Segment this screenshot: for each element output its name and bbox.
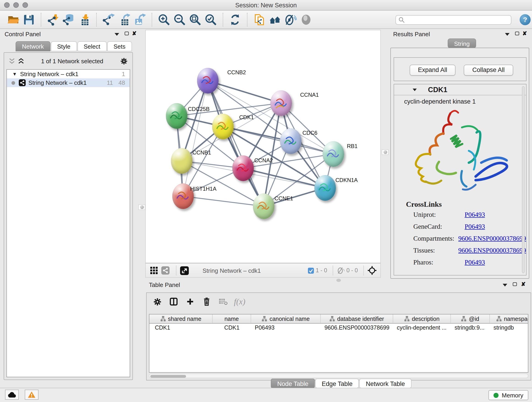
import-network-file-button[interactable] — [46, 13, 60, 26]
section-collapse-icon[interactable] — [413, 89, 417, 91]
crosslink-value-link[interactable]: P06493 — [465, 223, 485, 230]
network-node-CCNB2[interactable] — [197, 68, 218, 94]
search-box[interactable] — [395, 15, 511, 25]
delete-column-trash-icon[interactable] — [201, 297, 213, 307]
panel-collapse-icon[interactable] — [503, 284, 507, 287]
refresh-view-button[interactable] — [228, 13, 242, 26]
panel-float-icon[interactable] — [515, 32, 519, 35]
gear-icon[interactable] — [120, 57, 128, 65]
warning-status-button[interactable] — [25, 390, 38, 400]
table-cell[interactable]: CDK1 — [213, 324, 251, 332]
zoom-fit-content-button[interactable] — [188, 13, 202, 26]
column-header--id[interactable]: @id — [451, 314, 490, 323]
network-canvas[interactable]: CCNB2CCNA1CDC25BCDK1CDC6RB1CCNB1CCNA2CDK… — [145, 30, 381, 263]
gene-section-header[interactable]: CDK1 — [394, 84, 526, 95]
selected-checkbox-icon[interactable] — [308, 268, 314, 274]
table-settings-gear-icon[interactable] — [151, 297, 163, 307]
hide-unhide-button[interactable] — [284, 13, 298, 26]
tab-style[interactable]: Style — [51, 41, 77, 51]
tab-network[interactable]: Network — [16, 41, 50, 51]
table-horizontal-scrollbar[interactable] — [149, 374, 528, 378]
zoom-out-button[interactable] — [173, 13, 186, 26]
tab-string[interactable]: String — [448, 38, 476, 48]
column-header-canonical-name[interactable]: canonical name — [251, 314, 321, 323]
export-table-button[interactable] — [117, 13, 131, 26]
column-header-shared-name[interactable]: shared name — [149, 314, 213, 323]
scrollbar-thumb[interactable] — [150, 375, 186, 377]
crosslink-value-link[interactable]: 9606.ENSP00000378699 — [458, 235, 526, 242]
tab-select[interactable]: Select — [77, 41, 107, 51]
column-header-description[interactable]: description — [393, 314, 451, 323]
network-edge[interactable] — [208, 81, 281, 103]
table-cell[interactable]: stringdb — [490, 324, 528, 332]
show-columns-icon[interactable] — [168, 297, 180, 307]
table-cell[interactable]: CDK1 — [149, 324, 213, 332]
network-row-selected[interactable]: String Network – cdk1 11 48 — [7, 78, 130, 87]
network-edge[interactable] — [183, 196, 264, 206]
network-node-CDC25B[interactable] — [166, 103, 187, 129]
network-node-CCNE1[interactable] — [253, 193, 274, 219]
memory-button[interactable]: Memory — [488, 390, 528, 400]
tab-sets[interactable]: Sets — [107, 41, 132, 51]
export-image-button[interactable] — [133, 13, 147, 26]
panel-close-icon[interactable]: ✘ — [522, 30, 527, 37]
collapse-all-icon[interactable] — [9, 58, 15, 64]
help-button[interactable]: ? — [520, 14, 531, 25]
export-network-button[interactable] — [102, 13, 115, 26]
panel-close-icon[interactable]: ✘ — [521, 281, 526, 287]
network-node-CCNB1[interactable] — [171, 148, 192, 174]
import-table-button[interactable] — [77, 13, 91, 26]
import-network-database-button[interactable] — [62, 13, 76, 26]
network-edge[interactable] — [183, 81, 208, 196]
panel-collapse-icon[interactable] — [114, 33, 119, 36]
expand-all-icon[interactable] — [18, 58, 24, 64]
tab-node-table[interactable]: Node Table — [271, 379, 315, 388]
column-header-database-identifier[interactable]: database identifier — [321, 314, 393, 323]
crosslink-value-link[interactable]: P06493 — [465, 211, 485, 218]
function-builder-icon[interactable]: f(x) — [234, 297, 246, 307]
column-header-name[interactable]: name — [213, 314, 251, 323]
panel-float-icon[interactable] — [125, 32, 129, 35]
search-input[interactable] — [407, 16, 508, 24]
network-view-icon[interactable] — [161, 266, 170, 274]
home-button[interactable] — [268, 13, 282, 26]
left-splitter-handle[interactable] — [138, 204, 145, 210]
crosslink-value-link[interactable]: P06493 — [465, 258, 485, 266]
table-cell[interactable]: stringdb:9... — [451, 324, 490, 332]
network-from-document-button[interactable] — [253, 13, 266, 26]
cloud-status-button[interactable] — [5, 390, 19, 400]
network-node-CDKN1A[interactable] — [314, 175, 336, 201]
crosshair-icon[interactable] — [367, 266, 377, 275]
panel-close-icon[interactable]: ✘ — [132, 30, 137, 37]
birdseye-view-icon[interactable] — [180, 266, 189, 275]
network-node-CCNA1[interactable] — [270, 90, 292, 116]
results-scrollbar[interactable] — [522, 86, 525, 273]
table-cell[interactable]: cyclin-dependent ... — [393, 324, 451, 332]
save-session-button[interactable] — [22, 13, 36, 26]
delete-table-icon[interactable] — [217, 297, 229, 307]
panel-collapse-icon[interactable] — [505, 33, 510, 36]
column-header-namespace[interactable]: namespace — [490, 314, 528, 323]
table-cell[interactable]: P06493 — [251, 324, 321, 332]
expand-all-button[interactable]: Expand All — [410, 65, 456, 76]
crosslink-value-link[interactable]: 9606.ENSP00000378699 — [458, 246, 526, 254]
network-node-RB1[interactable] — [322, 141, 344, 167]
collapse-all-button[interactable]: Collapse All — [464, 65, 513, 76]
open-file-button[interactable] — [6, 13, 20, 26]
network-node-CCNA2[interactable] — [232, 155, 254, 181]
tree-expand-icon[interactable]: ▼ — [12, 71, 17, 77]
inactive-eye-button[interactable] — [299, 13, 313, 26]
panel-float-icon[interactable] — [513, 282, 517, 286]
network-collection-row[interactable]: ▼ String Network – cdk1 1 — [7, 70, 130, 78]
table-cell[interactable]: 9606.ENSP00000378699 — [321, 324, 393, 332]
hidden-eye-icon[interactable] — [337, 267, 345, 274]
network-node-CDC6[interactable] — [280, 128, 301, 154]
zoom-in-button[interactable] — [157, 13, 171, 26]
zoom-selected-button[interactable] — [204, 13, 218, 26]
tab-edge-table[interactable]: Edge Table — [315, 379, 359, 388]
table-row[interactable]: CDK1CDK1P064939606.ENSP00000378699cyclin… — [149, 324, 528, 332]
right-splitter-handle[interactable] — [382, 149, 389, 155]
add-column-icon[interactable] — [184, 297, 196, 307]
grid-view-icon[interactable] — [150, 267, 158, 274]
network-node-CDK1[interactable] — [212, 114, 234, 139]
